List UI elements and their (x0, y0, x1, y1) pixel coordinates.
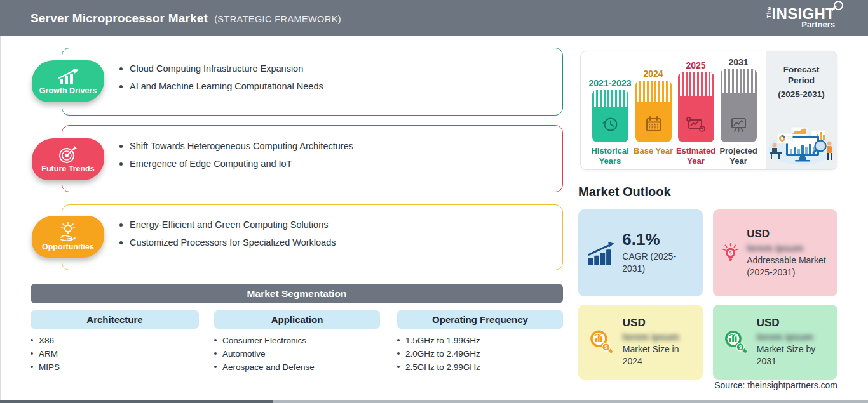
footer-bar-light (273, 400, 868, 403)
operating-frequency-list: 1.5GHz to 1.99GHz 2.0GHz to 2.49GHz 2.5G… (397, 334, 480, 374)
addressable-market-card: $ USD lorem ipsum Addressable Market (20… (713, 209, 837, 296)
forecast-line1: Forecast (766, 64, 837, 75)
bar-caption: Estimated Year (672, 146, 720, 166)
source-attribution: Source: theinsightpartners.com (714, 380, 837, 390)
year-label: 2031 (728, 57, 748, 67)
future-trends-badge: Future Trends (32, 138, 104, 180)
column-header-application: Application (214, 310, 380, 329)
logo-top-row: The INSIGHT (764, 5, 835, 23)
page-left-border (0, 36, 1, 400)
list-item: AI and Machine Learning Computational Ne… (119, 77, 323, 95)
target-dart-icon (58, 145, 78, 163)
currency-label: USD (623, 317, 695, 329)
blurred-value: lorem ipsum (757, 331, 829, 342)
cagr-text-block: 6.1% CAGR (2025-2031) (622, 231, 695, 275)
timeline-bar-historical (592, 90, 628, 142)
list-item: Energy-Efficient and Green Computing Sol… (119, 216, 336, 234)
size-2031-text-block: USD lorem ipsum Market Size by 2031 (757, 317, 829, 367)
header-bar: Server Microprocessor Market (STRATEGIC … (0, 0, 868, 36)
projection-screen-icon (728, 115, 749, 134)
magnifier-chart-icon-orange: $ (587, 327, 616, 357)
insight-partners-logo: The INSIGHT Partners (764, 5, 835, 29)
size-2024-text-block: USD lorem ipsum Market Size in 2024 (623, 317, 695, 367)
analytics-illustration (767, 126, 836, 166)
timeline-column-historical: 2021-2023 Historical Years (592, 57, 628, 166)
opportunities-badge: Opportunities (32, 216, 104, 258)
forecast-range: (2025-2031) (766, 89, 837, 99)
calendar-icon (642, 115, 664, 134)
list-item: Cloud Computing Infrastructure Expansion (119, 60, 323, 77)
growth-drivers-label: Growth Drivers (39, 86, 97, 95)
opportunities-list: Energy-Efficient and Green Computing Sol… (119, 216, 336, 251)
cagr-growth-icon (587, 241, 615, 266)
timeline-bar-estimated (678, 72, 714, 142)
list-item: 1.5GHz to 1.99GHz (397, 334, 480, 347)
timeline-bar-base (635, 81, 672, 142)
list-item: Customized Processors for Specialized Wo… (119, 234, 336, 251)
card-description: Addressable Market (2025-2031) (747, 254, 829, 279)
market-size-2024-card: $ USD lorem ipsum Market Size in 2024 (578, 305, 703, 380)
architecture-list: X86 ARM MIPS (31, 334, 60, 374)
column-header-operating-frequency: Operating Frequency (397, 310, 563, 329)
list-item: X86 (31, 334, 60, 347)
future-trends-label: Future Trends (41, 164, 94, 173)
opportunities-label: Opportunities (42, 242, 94, 251)
cagr-value: 6.1% (622, 231, 695, 248)
timeline-column-base: 2024 Base Year (635, 57, 672, 166)
bar-caption: Base Year (629, 146, 677, 166)
year-label: 2025 (686, 60, 705, 70)
bulb-hand-icon (57, 222, 79, 241)
list-item: ARM (31, 347, 60, 360)
page-title: Server Microprocessor Market (31, 11, 208, 25)
list-item: MIPS (31, 360, 60, 374)
list-item: Consumer Electronics (214, 334, 315, 347)
infographic-page: Server Microprocessor Market (STRATEGIC … (0, 0, 868, 403)
list-item: Aerospace and Defense (214, 360, 315, 374)
timeline-column-projected: 2031 Projected Year (720, 57, 757, 166)
estimate-gear-chart-icon (684, 115, 707, 134)
logo-word-insight: INSIGHT (772, 5, 835, 23)
bar-caption: Historical Years (586, 146, 634, 166)
logo-word-the: The (764, 10, 771, 18)
bulb-dollar-icon: $ (721, 237, 740, 270)
cagr-label: CAGR (2025-2031) (622, 251, 695, 275)
list-item: 2.0GHz to 2.49GHz (397, 347, 480, 360)
column-header-architecture: Architecture (31, 310, 199, 329)
blurred-value: lorem ipsum (747, 242, 829, 253)
magnifier-icon (834, 1, 843, 10)
list-item: Shift Towards Heterogeneous Computing Ar… (119, 137, 353, 155)
page-subtitle: (STRATEGIC FRAMEWORK) (214, 14, 341, 24)
card-description: Market Size in 2024 (623, 343, 695, 367)
growth-chart-icon (56, 68, 80, 85)
year-label: 2024 (643, 69, 663, 79)
application-list: Consumer Electronics Automotive Aerospac… (214, 334, 315, 374)
timeline-column-estimated: 2025 Estimated Year (677, 57, 714, 166)
market-segmentation-header: Market Segmentation (31, 284, 563, 303)
market-outlook-title: Market Outlook (578, 185, 671, 199)
forecast-line2: Period (766, 75, 837, 86)
footer-bar-dark (0, 400, 273, 403)
market-size-2031-card: $ USD lorem ipsum Market Size by 2031 (713, 305, 837, 380)
list-item: Emergence of Edge Computing and IoT (119, 155, 353, 173)
future-trends-list: Shift Towards Heterogeneous Computing Ar… (119, 137, 353, 173)
forecast-period-panel: Forecast Period (2025-2031) (766, 51, 837, 169)
currency-label: USD (757, 317, 829, 329)
svg-text:$: $ (739, 344, 742, 350)
bar-caption: Projected Year (714, 146, 763, 166)
card-description: Market Size by 2031 (757, 343, 829, 367)
header-title-wrap: Server Microprocessor Market (STRATEGIC … (31, 11, 341, 25)
addressable-text-block: USD lorem ipsum Addressable Market (2025… (747, 228, 829, 279)
cagr-card: 6.1% CAGR (2025-2031) (578, 209, 703, 296)
list-item: Automotive (214, 347, 315, 360)
timeline-bar-projected (721, 69, 757, 142)
magnifier-chart-icon-green: $ (721, 327, 750, 357)
history-clock-icon (599, 115, 621, 134)
svg-text:$: $ (604, 344, 607, 350)
blurred-value: lorem ipsum (623, 331, 695, 342)
currency-label: USD (747, 228, 829, 241)
growth-drivers-badge: Growth Drivers (32, 60, 104, 102)
list-item: 2.5GHz to 2.99GHz (397, 360, 480, 374)
growth-drivers-list: Cloud Computing Infrastructure Expansion… (119, 60, 323, 95)
year-label: 2021-2023 (589, 78, 632, 88)
